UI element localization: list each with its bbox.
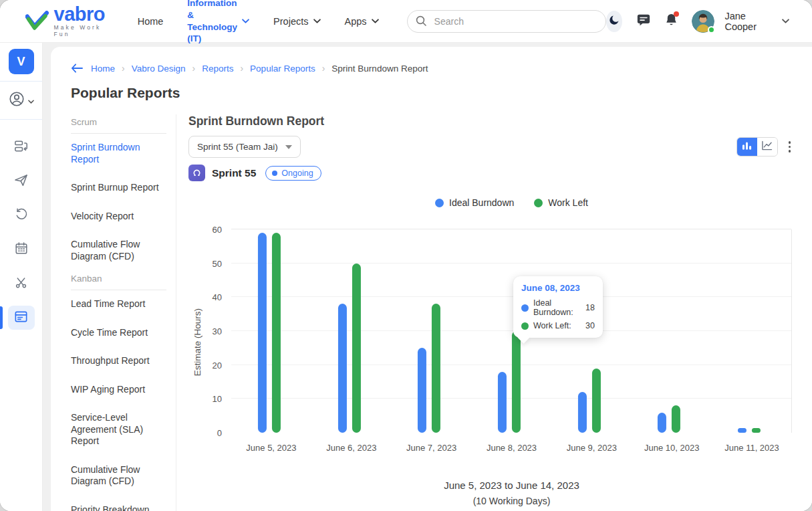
avatar[interactable] — [692, 10, 714, 33]
rail-account-switcher[interactable] — [0, 82, 42, 119]
report-nav: ScrumSprint Burndown ReportSprint Burnup… — [64, 114, 176, 511]
page-title: Popular Reports — [71, 85, 792, 101]
report-controls: Sprint 55 (Team Jai) — [188, 136, 792, 158]
breadcrumb-link-popular-reports[interactable]: Popular Reports — [250, 64, 315, 74]
report-nav-item-cumulative-flow-diagram-cfd[interactable]: Cumulative Flow Diagram (CFD) — [71, 231, 166, 271]
nav-item-information-technology-it[interactable]: Information & Technology (IT) — [187, 0, 249, 45]
legend-label: Ideal Burndown — [449, 197, 514, 208]
breadcrumb-separator: › — [192, 63, 195, 74]
bar-ideal-burndown[interactable] — [738, 428, 747, 433]
y-axis-tick: 30 — [213, 326, 222, 336]
bar-ideal-burndown[interactable] — [578, 392, 587, 433]
sprint-status-badge[interactable]: Ongoing — [265, 166, 321, 181]
chevron-down-icon — [372, 19, 379, 23]
user-menu-chevron-icon[interactable] — [782, 19, 789, 23]
report-nav-section-kanban: Kanban — [71, 271, 166, 290]
report-nav-item-wip-aging-report[interactable]: WIP Aging Report — [71, 376, 166, 405]
report-nav-item-service-level-agreement-sla-report[interactable]: Service-Level Agreement (SLA) Report — [71, 404, 166, 456]
logo-tagline: Make Work Fun — [54, 24, 115, 37]
burndown-chart: Estimate (Hours) June 08, 2023 Ideal Bur… — [188, 229, 792, 465]
sprint-select[interactable]: Sprint 55 (Team Jai) — [188, 136, 301, 158]
global-search — [407, 10, 606, 33]
bar-work-left[interactable] — [352, 264, 361, 433]
line-chart-toggle-button[interactable] — [757, 138, 777, 156]
breadcrumb-link-vabro-design[interactable]: Vabro Design — [132, 64, 186, 74]
nav-item-apps[interactable]: Apps — [345, 16, 379, 27]
rail-item-projects[interactable] — [8, 135, 35, 159]
chevron-down-icon — [285, 145, 292, 149]
report-nav-item-sprint-burndown-report[interactable]: Sprint Burndown Report — [71, 134, 166, 174]
bar-work-left[interactable] — [272, 233, 281, 433]
dark-mode-toggle[interactable] — [606, 11, 623, 32]
sprint-date-range: June 5, 2023 to June 14, 2023 — [231, 480, 792, 491]
report-nav-item-cumulative-flow-diagram-cfd[interactable]: Cumulative Flow Diagram (CFD) — [71, 456, 166, 496]
rail-item-reports[interactable] — [8, 306, 35, 330]
chart-tooltip: June 08, 2023 Ideal Burndown:18Work Left… — [513, 276, 603, 338]
nav-item-projects[interactable]: Projects — [273, 16, 320, 27]
vabro-logo[interactable]: vabro Make Work Fun — [25, 5, 115, 37]
search-input[interactable] — [407, 10, 606, 33]
y-axis-tick: 40 — [213, 292, 222, 302]
sprint-loop-icon — [188, 165, 205, 181]
rail-item-history[interactable] — [8, 203, 35, 227]
breadcrumb-link-home[interactable]: Home — [91, 64, 115, 74]
x-axis-label: June 11, 2023 — [724, 443, 779, 453]
bar-work-left[interactable] — [512, 331, 521, 433]
rail-item-tools[interactable] — [8, 272, 35, 296]
rail-item-calendar[interactable] — [8, 237, 35, 262]
x-axis-label: June 6, 2023 — [326, 443, 376, 453]
send-icon — [13, 173, 29, 191]
back-arrow-icon[interactable] — [71, 64, 83, 73]
report-nav-item-sprint-burnup-report[interactable]: Sprint Burnup Report — [71, 174, 166, 203]
report-nav-item-priority-breakdown-report[interactable]: Priority Breakdown Report — [71, 496, 166, 511]
report-nav-item-cycle-time-report[interactable]: Cycle Time Report — [71, 319, 166, 348]
tooltip-series-value: 18 — [585, 303, 595, 312]
notification-badge — [674, 11, 679, 17]
bar-ideal-burndown[interactable] — [498, 372, 507, 433]
y-axis-tick: 0 — [217, 428, 222, 438]
messages-button[interactable] — [636, 13, 651, 29]
projects-icon — [13, 138, 29, 157]
sprint-working-days: (10 Working Days) — [231, 496, 792, 506]
app-window: vabro Make Work Fun HomeInformation & Te… — [0, 0, 812, 511]
breadcrumb-current: Sprint Burndown Report — [331, 64, 428, 74]
user-icon — [8, 90, 25, 110]
bar-chart-icon — [742, 141, 752, 153]
user-name[interactable]: Jane Cooper — [724, 11, 768, 32]
breadcrumb-link-reports[interactable]: Reports — [202, 64, 233, 74]
bar-work-left[interactable] — [752, 428, 761, 433]
legend-item-ideal-burndown[interactable]: Ideal Burndown — [435, 197, 514, 208]
y-axis-title: Estimate (Hours) — [192, 308, 202, 376]
kebab-menu-icon[interactable] — [789, 141, 791, 152]
bar-work-left[interactable] — [672, 405, 680, 433]
bar-ideal-burndown[interactable] — [418, 348, 426, 433]
report-nav-item-throughput-report[interactable]: Throughput Report — [71, 347, 166, 376]
nav-item-home[interactable]: Home — [138, 16, 164, 27]
logo-text: vabro Make Work Fun — [54, 5, 115, 37]
x-axis-label: June 5, 2023 — [246, 443, 296, 453]
chart-legend: Ideal BurndownWork Left — [188, 197, 792, 208]
tooltip-row-ideal-burndown: Ideal Burndown:18 — [521, 298, 595, 317]
bar-work-left[interactable] — [592, 369, 601, 433]
legend-item-work-left[interactable]: Work Left — [534, 197, 588, 208]
sprint-header: Sprint 55 Ongoing — [188, 165, 792, 181]
notifications-button[interactable] — [665, 13, 678, 29]
bar-group-june-5-2023 — [258, 229, 281, 433]
top-navbar: vabro Make Work Fun HomeInformation & Te… — [0, 0, 812, 43]
bar-ideal-burndown[interactable] — [258, 233, 267, 433]
tooltip-series-label: Work Left: — [533, 321, 571, 330]
status-label: Ongoing — [281, 169, 313, 178]
search-icon — [416, 15, 427, 29]
x-axis-label: June 7, 2023 — [406, 443, 456, 453]
report-content: ScrumSprint Burndown ReportSprint Burnup… — [64, 114, 792, 511]
bar-chart-toggle-button[interactable] — [737, 138, 757, 156]
bar-ideal-burndown[interactable] — [338, 304, 347, 433]
bar-ideal-burndown[interactable] — [658, 413, 666, 433]
report-nav-item-lead-time-report[interactable]: Lead Time Report — [71, 290, 166, 319]
rail-item-send[interactable] — [8, 169, 35, 193]
report-nav-item-velocity-report[interactable]: Velocity Report — [71, 203, 166, 231]
nav-item-label: Projects — [273, 16, 308, 27]
report-title: Sprint Burndown Report — [188, 114, 792, 128]
bar-work-left[interactable] — [432, 304, 440, 433]
workspace-tile[interactable]: V — [9, 49, 34, 74]
